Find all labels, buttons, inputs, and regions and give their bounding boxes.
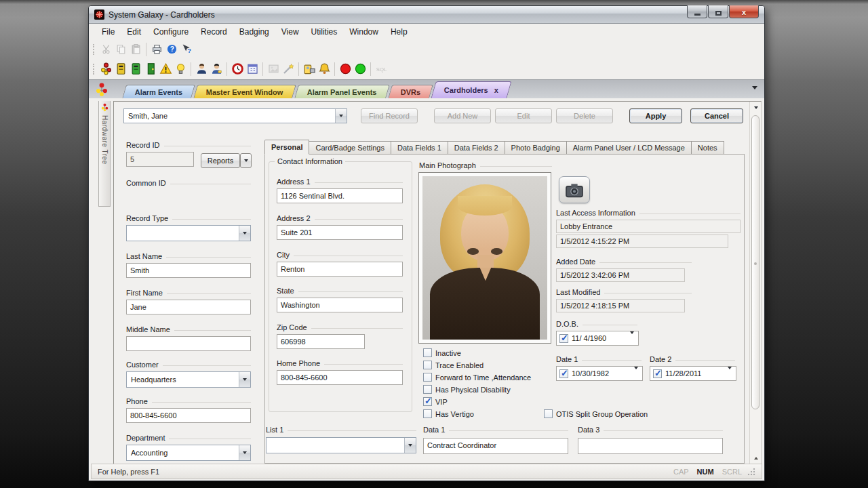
tab-cardholders[interactable]: Cardholdersx (431, 81, 511, 98)
cut-icon[interactable] (98, 42, 113, 57)
paste-icon[interactable] (128, 42, 143, 57)
cancel-button[interactable]: Cancel (690, 108, 743, 123)
phone-field[interactable]: 800-845-6600 (126, 408, 251, 423)
add-new-button[interactable]: Add New (434, 108, 491, 123)
tab-personal[interactable]: Personal (264, 140, 309, 155)
status-green-icon[interactable] (353, 62, 368, 77)
reports-dropdown-button[interactable] (240, 153, 252, 168)
menu-edit[interactable]: Edit (121, 25, 147, 39)
toolbar-grip[interactable] (93, 64, 95, 75)
title-bar[interactable]: System Galaxy - Cardholders x (89, 6, 764, 24)
home-phone-field[interactable]: 800-845-6600 (277, 370, 403, 385)
scroll-up-arrow-icon[interactable] (750, 102, 762, 113)
hardware-tree-icon[interactable] (94, 82, 109, 97)
dropdown-arrow-icon[interactable] (239, 445, 250, 460)
tab-alarm-events[interactable]: Alarm Events (122, 85, 195, 98)
close-button[interactable]: x (729, 5, 759, 18)
tab-alarm-panel-user-lcd-message[interactable]: Alarm Panel User / LCD Message (567, 141, 692, 155)
dropdown-arrow-icon[interactable] (629, 334, 635, 342)
tab-data-fields-1[interactable]: Data Fields 1 (391, 141, 448, 155)
toolbar-grip[interactable] (93, 44, 95, 55)
menu-record[interactable]: Record (195, 25, 233, 39)
zip-code-field[interactable]: 606998 (277, 334, 365, 349)
address2-field[interactable]: Suite 201 (277, 225, 403, 240)
middle-name-field[interactable] (126, 336, 251, 351)
photo-capture-disabled-icon[interactable] (266, 62, 281, 77)
city-field[interactable]: Renton (277, 262, 403, 277)
tab-data-fields-2[interactable]: Data Fields 2 (448, 141, 505, 155)
menu-utilities[interactable]: Utilities (305, 25, 344, 39)
print-icon[interactable] (149, 42, 164, 57)
alarm-warning-icon[interactable] (158, 62, 173, 77)
menu-badging[interactable]: Badging (233, 25, 275, 39)
dropdown-arrow-icon[interactable] (239, 226, 250, 241)
list1-select[interactable] (266, 437, 416, 453)
tab-notes[interactable]: Notes (692, 141, 724, 155)
maximize-button[interactable] (708, 5, 728, 18)
menu-view[interactable]: View (275, 25, 305, 39)
dropdown-arrow-icon[interactable] (335, 109, 347, 123)
card-reader-yellow-icon[interactable] (113, 62, 128, 77)
copy-icon[interactable] (113, 42, 128, 57)
trace-enabled-checkbox[interactable]: Trace Enabled (423, 361, 484, 369)
first-name-field[interactable]: Jane (126, 300, 251, 314)
last-name-field[interactable]: Smith (126, 263, 251, 278)
vip-checkbox[interactable]: VIP (423, 397, 448, 406)
sql-tool-disabled-icon[interactable]: SQL (374, 62, 389, 77)
forward-to-time-attendance-checkbox[interactable]: Forward to Time ,Attendance (423, 373, 531, 382)
vertical-scrollbar[interactable] (749, 102, 761, 464)
delete-button[interactable]: Delete (556, 108, 613, 123)
menu-window[interactable]: Window (343, 25, 384, 39)
tab-master-event-window[interactable]: Master Event Window (193, 85, 296, 98)
menu-help[interactable]: Help (384, 25, 414, 39)
apply-button[interactable]: Apply (629, 108, 682, 123)
tab-card-badge-settings[interactable]: Card/Badge Settings (309, 141, 391, 155)
minimize-button[interactable] (687, 5, 707, 18)
record-type-select[interactable] (126, 225, 251, 241)
scrollbar-thumb[interactable] (751, 115, 760, 409)
dropdown-arrow-icon[interactable] (404, 438, 416, 453)
capture-photo-button[interactable] (559, 176, 590, 203)
dropdown-arrow-icon[interactable] (633, 369, 639, 378)
reports-button[interactable]: Reports (201, 153, 240, 168)
date1-date-picker[interactable]: 10/30/1982 (556, 366, 643, 381)
has-vertigo-checkbox[interactable]: Has Vertigo (423, 409, 474, 418)
otis-split-group-checkbox[interactable]: OTIS Split Group Operation (544, 409, 648, 418)
lamp-icon[interactable] (173, 62, 188, 77)
alarm-bell-icon[interactable] (317, 62, 332, 77)
address1-field[interactable]: 1126 Sentinal Blvd. (277, 188, 403, 203)
card-reader-green-icon[interactable] (128, 62, 143, 77)
record-id-field[interactable]: 5 (126, 152, 194, 167)
data1-field[interactable]: Contract Coordinator (423, 438, 568, 454)
record-red-icon[interactable] (338, 62, 353, 77)
tab-close-button[interactable]: x (494, 86, 498, 94)
has-physical-disability-checkbox[interactable]: Has Physical Disability (423, 385, 511, 394)
dropdown-arrow-icon[interactable] (726, 369, 733, 378)
menu-file[interactable]: File (96, 25, 121, 39)
tab-overflow-arrow-icon[interactable] (752, 86, 757, 89)
customer-select[interactable]: Headquarters (126, 371, 251, 388)
badge-wand-icon[interactable] (281, 62, 296, 77)
state-field[interactable]: Washington (277, 298, 403, 312)
date2-date-picker[interactable]: 11/28/2011 (650, 366, 736, 381)
context-help-icon[interactable]: ? (179, 42, 194, 57)
dob-date-picker[interactable]: 11/ 4/1960 (556, 331, 639, 346)
cardholder-icon[interactable] (194, 62, 209, 77)
dropdown-arrow-icon[interactable] (239, 372, 250, 387)
hardware-tree-side-tab[interactable]: Hardware Tree (98, 101, 111, 207)
schedule-icon[interactable] (245, 62, 260, 77)
time-clock-icon[interactable] (230, 62, 245, 77)
data3-field[interactable] (578, 438, 723, 454)
inactive-checkbox[interactable]: Inactive (423, 348, 461, 357)
badge-print-icon[interactable] (302, 62, 317, 77)
edit-button[interactable]: Edit (495, 108, 552, 123)
help-icon[interactable]: ? (164, 42, 179, 57)
cardholder-selector[interactable]: Smith, Jane (123, 108, 347, 123)
tab-alarm-panel-events[interactable]: Alarm Panel Events (294, 85, 389, 98)
department-select[interactable]: Accounting (126, 445, 251, 461)
hardware-tree-icon[interactable] (98, 62, 113, 77)
badge-holder-icon[interactable] (209, 62, 224, 77)
menu-configure[interactable]: Configure (147, 25, 195, 39)
tab-photo-badging[interactable]: Photo Badging (505, 141, 567, 155)
door-icon[interactable] (143, 62, 158, 77)
